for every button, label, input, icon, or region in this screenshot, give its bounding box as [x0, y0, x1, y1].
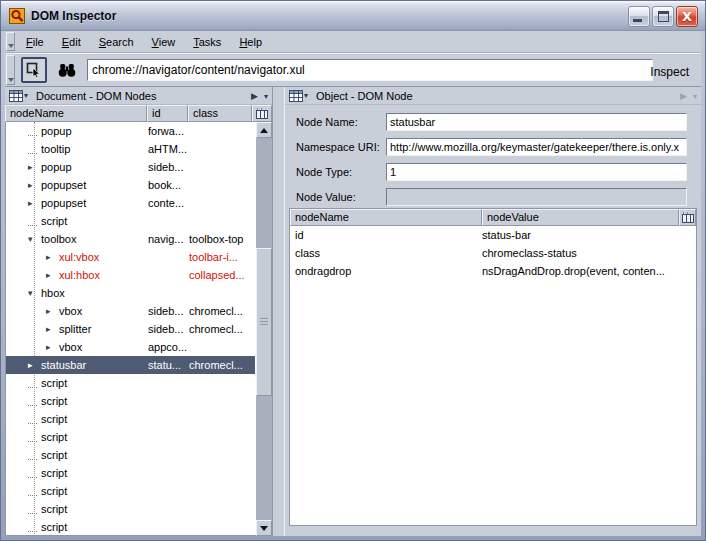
viewer-dropdown-icon[interactable]: ▾ — [24, 91, 28, 100]
right-panel-controls: ▶ ▾ — [680, 87, 697, 105]
node-value-field — [386, 188, 687, 206]
tree-row-popup[interactable]: popupforwa... — [6, 122, 255, 140]
panel-splitter[interactable] — [272, 87, 285, 536]
column-header-class[interactable]: class — [188, 105, 252, 122]
menu-help[interactable]: Help — [230, 33, 271, 51]
node-info-form: Node Name: Namespace URI: Node Type: Nod… — [285, 106, 701, 208]
twisty-icon — [28, 450, 37, 460]
twisty-icon — [28, 432, 37, 442]
tree-row-script[interactable]: script — [6, 374, 255, 392]
title-bar[interactable]: DOM Inspector X — [1, 1, 705, 31]
inspect-button[interactable]: Inspect — [644, 63, 695, 81]
column-picker-icon — [682, 212, 694, 223]
tree-row-vbox[interactable]: ▸vboxappco... — [6, 338, 255, 356]
panel-expand-icon[interactable]: ▶ — [251, 91, 258, 101]
node-name-field[interactable] — [386, 113, 687, 131]
viewer-dropdown-icon[interactable]: ▾ — [304, 91, 308, 100]
tree-row-script[interactable]: script — [6, 212, 255, 230]
twisty-icon — [28, 522, 37, 532]
attr-column-header-nodename[interactable]: nodeName — [290, 209, 482, 226]
url-input[interactable] — [87, 59, 653, 81]
tree-row-tooltip[interactable]: tooltipaHTM... — [6, 140, 255, 158]
twisty-icon — [28, 468, 37, 478]
twisty-icon[interactable]: ▸ — [28, 158, 41, 176]
tree-row-xul-hbox[interactable]: ▸xul:hboxcollapsed... — [6, 266, 255, 284]
inspect-cursor-icon — [26, 62, 42, 78]
menubar-grippy[interactable] — [6, 32, 15, 51]
attributes-table: nodeName nodeValue id status- — [289, 208, 697, 526]
menu-search[interactable]: Search — [90, 33, 143, 51]
tree-row-popupset[interactable]: ▸popupsetconte... — [6, 194, 255, 212]
twisty-icon[interactable]: ▸ — [46, 338, 59, 356]
tree-row-script[interactable]: script — [6, 482, 255, 500]
dom-tree-rows: popupforwa... tooltipaHTM... ▸popupsideb… — [6, 122, 255, 536]
twisty-icon — [28, 378, 37, 388]
twisty-icon — [28, 216, 37, 226]
tree-row-toolbox[interactable]: ▾toolboxnavig...toolbox-top — [6, 230, 255, 248]
tree-row-popupset[interactable]: ▸popupsetbook... — [6, 176, 255, 194]
left-panel-title: Document - DOM Nodes — [36, 90, 156, 102]
menu-edit[interactable]: Edit — [53, 33, 90, 51]
attr-row-ondragdrop[interactable]: ondragdrop nsDragAndDrop.drop(event, con… — [290, 262, 696, 280]
binoculars-icon — [58, 63, 76, 78]
tree-row-splitter[interactable]: ▸splittersideb...chromecl... — [6, 320, 255, 338]
twisty-icon[interactable]: ▾ — [28, 230, 41, 248]
menu-file[interactable]: File — [17, 33, 53, 51]
tree-row-script[interactable]: script — [6, 518, 255, 536]
menu-tasks[interactable]: Tasks — [184, 33, 230, 51]
left-panel-header: ▾ Document - DOM Nodes ▶ ▾ — [5, 87, 272, 105]
twisty-icon[interactable]: ▸ — [46, 320, 59, 338]
tree-row-script[interactable]: script — [6, 428, 255, 446]
panel-menu-icon[interactable]: ▾ — [264, 92, 268, 101]
maximize-button[interactable] — [652, 6, 674, 27]
window-title: DOM Inspector — [31, 9, 116, 23]
twisty-icon[interactable]: ▸ — [46, 248, 59, 266]
attr-column-picker-button[interactable] — [679, 209, 696, 226]
twisty-icon[interactable]: ▸ — [46, 302, 59, 320]
find-button[interactable] — [55, 57, 79, 83]
close-icon: X — [677, 7, 697, 26]
twisty-icon — [28, 396, 37, 406]
close-button[interactable]: X — [676, 6, 698, 27]
twisty-icon — [28, 144, 37, 154]
scrollbar-thumb[interactable] — [256, 248, 272, 396]
node-type-field[interactable] — [386, 163, 687, 181]
inspector-toolbar: Inspect — [5, 53, 701, 87]
twisty-icon[interactable]: ▸ — [28, 176, 41, 194]
viewer-grid-icon[interactable] — [9, 90, 23, 102]
tree-row-statusbar-selected[interactable]: ▸statusbarstatu...chromecl... — [6, 356, 255, 374]
tree-row-script[interactable]: script — [6, 392, 255, 410]
tree-row-script[interactable]: script — [6, 500, 255, 518]
inspect-element-tool-button[interactable] — [21, 57, 47, 83]
scroll-up-button[interactable] — [256, 122, 272, 138]
attributes-table-headers: nodeName nodeValue — [290, 209, 696, 226]
left-panel-controls: ▶ ▾ — [251, 87, 268, 105]
tree-row-script[interactable]: script — [6, 464, 255, 482]
tree-row-popup[interactable]: ▸popupsideb... — [6, 158, 255, 176]
panel-menu-icon: ▾ — [693, 92, 697, 101]
scroll-up-icon — [260, 128, 268, 133]
attr-row-class[interactable]: class chromeclass-status — [290, 244, 696, 262]
attr-column-header-nodevalue[interactable]: nodeValue — [482, 209, 679, 226]
column-picker-button[interactable] — [252, 105, 272, 122]
tree-row-xul-vbox[interactable]: ▸xul:vboxtoolbar-i... — [6, 248, 255, 266]
twisty-icon[interactable]: ▸ — [28, 356, 41, 374]
scroll-down-button[interactable] — [256, 520, 272, 536]
twisty-icon[interactable]: ▾ — [28, 284, 41, 302]
tree-scrollbar[interactable] — [256, 122, 272, 536]
tree-row-vbox[interactable]: ▸vboxsideb...chromecl... — [6, 302, 255, 320]
menu-view[interactable]: View — [143, 33, 185, 51]
toolbar-grippy[interactable] — [6, 55, 15, 85]
twisty-icon[interactable]: ▸ — [46, 266, 59, 284]
tree-row-script[interactable]: script — [6, 410, 255, 428]
namespace-uri-field[interactable] — [386, 138, 687, 156]
column-header-nodename[interactable]: nodeName — [5, 105, 147, 122]
viewer-grid-icon[interactable] — [289, 90, 303, 102]
main-area: ▾ Document - DOM Nodes ▶ ▾ nodeName id c… — [5, 87, 701, 536]
tree-row-hbox[interactable]: ▾hbox — [6, 284, 255, 302]
twisty-icon[interactable]: ▸ — [28, 194, 41, 212]
attr-row-id[interactable]: id status-bar — [290, 226, 696, 244]
tree-row-script[interactable]: script — [6, 446, 255, 464]
column-header-id[interactable]: id — [147, 105, 188, 122]
minimize-button[interactable] — [628, 6, 650, 27]
